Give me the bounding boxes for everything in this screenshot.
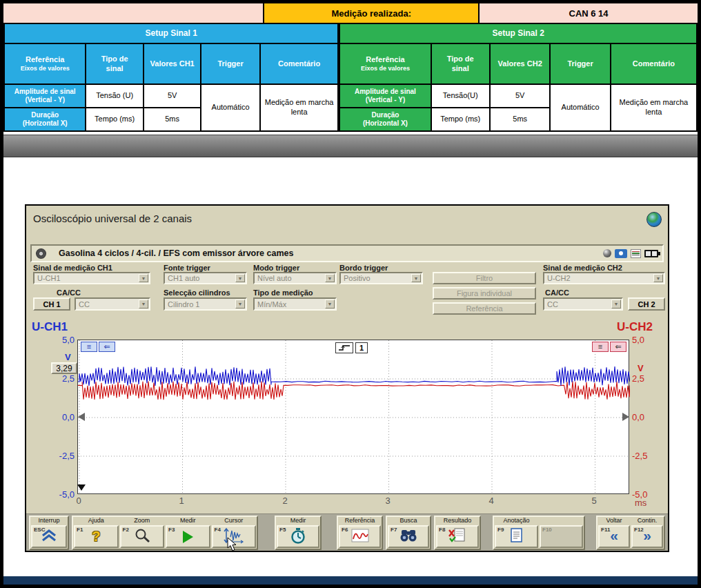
v-unit-right: V: [638, 363, 644, 373]
ch1-trace-label: U-CH1: [32, 320, 68, 334]
chevron-down-icon: ▼: [325, 274, 335, 282]
ch1-button[interactable]: CH 1: [33, 297, 70, 311]
magnifier-icon: [134, 528, 150, 546]
chevron-down-icon: ▼: [325, 300, 335, 308]
ch2-signal-select[interactable]: U-CH2▼: [543, 272, 665, 284]
chevron-down-icon: ▼: [139, 300, 148, 308]
setup1-title: Setup Sinal 1: [5, 24, 337, 43]
ch2-position-controls[interactable]: ≡ ⇐: [592, 342, 626, 352]
question-icon: ?: [92, 529, 100, 545]
toolbar-group-f7: Busca F7: [386, 516, 431, 550]
referencia-button[interactable]: Referência: [433, 302, 536, 315]
gear-icon[interactable]: [36, 248, 46, 259]
cell-valor-5v: 5V: [491, 85, 549, 107]
chevron-down-icon: ▼: [139, 274, 148, 282]
cacc-right-label: CA/CC: [545, 288, 569, 297]
trigger-channel-box[interactable]: 1: [355, 342, 368, 353]
measure-start-button[interactable]: Medir F3: [165, 517, 211, 549]
modo-trigger-label: Modo trigger: [253, 264, 299, 272]
cacc-left-select[interactable]: CC▼: [75, 297, 150, 311]
trigger-indicator[interactable]: 1: [335, 342, 368, 353]
cursor-value-box: 3,29: [51, 362, 77, 374]
interrupt-button[interactable]: Interrup ESC: [30, 517, 68, 549]
zoom-button[interactable]: Zoom F2: [119, 517, 166, 549]
y-tick-left: -5,0: [44, 489, 75, 500]
ch2-signal-label: Sinal de medição CH2: [543, 264, 622, 272]
tipo-medicao-label: Tipo de medição: [253, 288, 313, 297]
cell-tipo-tensao: Tensão (U): [86, 85, 142, 107]
x-tick: 5: [589, 496, 600, 506]
modo-trigger-select[interactable]: Nível auto▼: [253, 272, 337, 284]
note-doc-icon: [510, 528, 524, 546]
mouse-cursor: [227, 537, 238, 555]
globe-icon: [646, 212, 662, 227]
col-header-comentario: Comentário: [261, 44, 338, 84]
result-button[interactable]: Resultado F8: [435, 517, 480, 549]
y-tick-right: 5,0: [632, 335, 662, 345]
annotation-button[interactable]: Anotação F9: [494, 517, 539, 549]
measure-button[interactable]: Medir F5: [276, 517, 320, 549]
menu-bar: Gasolina 4 ciclos / 4-cil. / EFS com emi…: [30, 244, 664, 262]
chevron-down-icon: ▼: [235, 274, 245, 282]
col-header-tipo: Tipo de sinal: [86, 44, 142, 84]
chevron-down-icon: ▼: [235, 300, 245, 308]
toolbar-group-esc: Interrup ESC: [29, 516, 69, 550]
setup2-title: Setup Sinal 2: [340, 24, 696, 43]
y-tick-left: 5,0: [44, 335, 75, 345]
ch1-signal-select[interactable]: U-CH1▼: [33, 272, 150, 284]
ch2-scale-icon[interactable]: ≡: [592, 342, 609, 352]
left-zero-marker[interactable]: [78, 413, 85, 421]
filtro-button[interactable]: Filtro: [433, 272, 536, 284]
y-tick-right: -2,5: [632, 451, 662, 461]
ch1-signal-label: Sinal de medição CH1: [33, 264, 112, 272]
oscilloscope-window: Osciloscópio universal de 2 canais Gasol…: [25, 204, 669, 552]
cacc-right-select[interactable]: CC▼: [543, 297, 623, 311]
ch1-scale-icon[interactable]: ≡: [81, 342, 97, 352]
search-button[interactable]: Busca F7: [387, 517, 430, 549]
measurement-status-label: Medição realizada:: [264, 3, 480, 23]
ch1-position-controls[interactable]: ≡ ⇐: [81, 342, 115, 352]
col-header-valores: Valores CH2: [491, 44, 549, 84]
engine-info: Gasolina 4 ciclos / 4-cil. / EFS com emi…: [59, 248, 293, 258]
toolbar-group-f5: Medir F5: [275, 516, 322, 550]
row-label-amplitude: Amplitude de sinal (Vertical - Y): [340, 85, 430, 107]
continue-button[interactable]: Contin. F12 »: [631, 517, 664, 549]
bordo-trigger-select[interactable]: Positivo▼: [339, 272, 423, 284]
cell-trigger-automatico: Automático: [551, 85, 609, 130]
ch1-offset-arrow-icon[interactable]: ⇐: [99, 342, 115, 352]
ch1-waveform: [78, 366, 630, 386]
row-label-amplitude: Amplitude de sinal (Vertical - Y): [5, 85, 85, 107]
cell-tipo-tensao: Tensão(U): [432, 85, 489, 107]
bottom-bar: [3, 576, 698, 585]
setup-signal-1-table: Setup Sinal 1 Referência Eixos de valore…: [3, 23, 339, 132]
content-area: Osciloscópio universal de 2 canais Gasol…: [3, 157, 698, 576]
help-button[interactable]: Ajuda F1 ?: [73, 517, 119, 549]
trigger-edge-icon[interactable]: [335, 342, 353, 353]
f10-button[interactable]: F10: [539, 517, 584, 549]
right-zero-marker[interactable]: [622, 413, 629, 421]
y-tick-left: -2,5: [44, 451, 75, 461]
cell-tipo-tempo: Tempo (ms): [86, 108, 142, 130]
x-tick: 2: [279, 496, 290, 506]
separator-bar: [3, 135, 698, 157]
trigger-time-marker[interactable]: [77, 484, 86, 491]
x-tick: 0: [73, 496, 84, 506]
camera-icon[interactable]: [615, 249, 627, 258]
seleccao-cilindros-select[interactable]: Cilindro 1▼: [164, 297, 247, 311]
x-tick: 1: [176, 496, 187, 506]
tipo-medicao-select[interactable]: Mín/Máx▼: [253, 297, 337, 311]
figura-individual-button[interactable]: Figura individual: [433, 287, 536, 300]
reference-button[interactable]: Referência F6: [338, 517, 382, 549]
top-header-row: Medição realizada: CAN 6 14: [3, 3, 698, 23]
setup-signal-2-table: Setup Sinal 2 Referência Eixos de valore…: [339, 23, 698, 132]
toolbar-group-f8: Resultado F8: [434, 516, 481, 550]
ch2-offset-arrow-icon[interactable]: ⇐: [610, 342, 626, 352]
result-doc-icon: [448, 528, 467, 546]
col-header-valores: Valores CH1: [144, 44, 201, 84]
gas-analyser-icon: [631, 249, 641, 258]
binoculars-icon: [399, 529, 417, 545]
back-button[interactable]: Voltar F11 «: [598, 517, 631, 549]
fonte-trigger-select[interactable]: CH1 auto▼: [164, 272, 247, 284]
can-code-label: CAN 6 14: [480, 3, 698, 23]
ch2-button[interactable]: CH 2: [628, 297, 665, 311]
